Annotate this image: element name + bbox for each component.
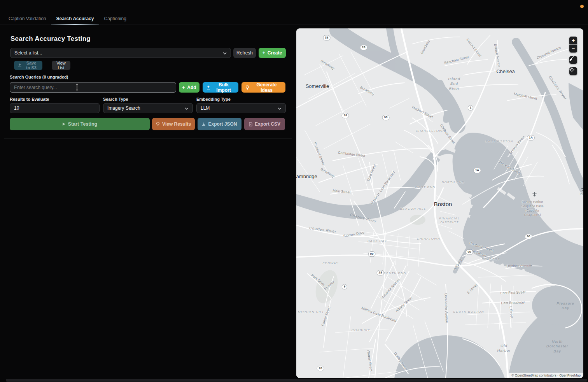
map-label: Storrow Drive	[343, 231, 365, 239]
map-label: Maverick Street	[498, 160, 522, 176]
map-label: Bremen Street	[509, 135, 526, 156]
map-label: BACK BAY	[368, 239, 387, 243]
map-label: Crescent Avenue	[536, 45, 562, 60]
export-csv-button[interactable]: Export CSV	[244, 118, 285, 130]
route-shield: 38	[323, 35, 331, 40]
map-label: Dorchester Avenue	[443, 293, 449, 323]
map-label: Marginal Street	[513, 92, 537, 101]
export-json-button[interactable]: Export JSON	[198, 118, 242, 130]
embedding-type-select[interactable]: LLM	[196, 103, 286, 113]
map-label: Drydock Avenue	[506, 263, 532, 269]
map-label: Cambridge	[296, 173, 317, 180]
map-label: Cambridge Street	[338, 151, 365, 158]
route-shield: 28	[360, 45, 368, 50]
map-label: Broadway	[420, 39, 431, 55]
search-type-label: Search Type	[103, 97, 128, 102]
map-label: SOUTH BOSTON	[453, 310, 484, 314]
tab-captioning[interactable]: Captioning	[103, 14, 127, 25]
map-label: Broadway	[320, 167, 336, 179]
generate-ideas-button[interactable]: Generate Ideas	[242, 82, 285, 93]
map-label: Boston	[434, 200, 452, 208]
route-shield: 90	[525, 234, 532, 239]
map-label: Broadway	[320, 59, 335, 71]
map-label: FINANCIAL DISTRICT	[439, 217, 460, 225]
chevron-down-icon	[223, 50, 227, 56]
locate-button[interactable]	[569, 67, 577, 75]
search-type-select[interactable]: Imagery Search	[103, 103, 193, 113]
map-label: Medford Street	[411, 105, 434, 119]
map-label: East Broadway	[501, 300, 525, 306]
map-label: EAST BOSTON	[485, 140, 513, 144]
map-label: Dudley Street	[393, 351, 409, 371]
tab-search-accuracy[interactable]: Search Accuracy	[56, 14, 95, 25]
bulk-import-button[interactable]: Bulk Import	[203, 82, 238, 93]
start-testing-button[interactable]: Start Testing	[10, 118, 150, 130]
map-attribution[interactable]: © OpenStreetMap contributors · OpenFreeM…	[509, 373, 583, 378]
brush-icon	[569, 56, 574, 61]
search-query-input[interactable]	[14, 85, 172, 90]
map[interactable]: SomervilleChelseaCambridgeBostonCHARLEST…	[296, 28, 583, 378]
route-shield: 1	[468, 105, 473, 110]
lightbulb-icon	[245, 85, 249, 90]
save-to-s3-button[interactable]: Save to S3	[14, 61, 42, 70]
map-label: WEST END	[415, 186, 436, 189]
zoom-in-button[interactable]: +	[569, 37, 577, 44]
map-label: Main Street	[332, 189, 350, 195]
tab-bar: Caption ValidationSearch AccuracyCaption…	[0, 14, 588, 25]
view-results-button[interactable]: View Results	[152, 118, 195, 130]
download-icon	[202, 122, 206, 126]
chevron-down-icon	[278, 105, 282, 111]
embedding-type-label: Embedding Type	[196, 97, 231, 102]
map-label: Somerville	[306, 83, 329, 90]
upload-icon	[206, 86, 210, 89]
add-button[interactable]: + Add	[179, 82, 200, 93]
search-queries-label: Search Queries (0 ungraded)	[10, 75, 68, 79]
map-label: North Dorchester Bay	[546, 339, 568, 354]
tab-caption-validation[interactable]: Caption Validation	[8, 14, 47, 25]
map-style-button[interactable]	[569, 56, 577, 64]
map-label: Chelsea River	[548, 75, 568, 101]
list-select[interactable]: Select a list...	[10, 48, 231, 58]
map-label: Old Harbor	[497, 343, 511, 353]
results-to-evaluate-field[interactable]	[10, 103, 100, 113]
map-label: Island End River	[448, 77, 460, 91]
recording-indicator	[580, 5, 584, 8]
map-label: Parker Street	[320, 306, 332, 327]
map-label: Albany Street	[395, 296, 413, 314]
map-label: CHINATOWN	[417, 237, 440, 241]
create-button[interactable]: + Create	[259, 48, 286, 58]
play-icon	[62, 122, 66, 126]
map-label: Warren Street	[366, 350, 373, 372]
search-query-field[interactable]	[10, 82, 176, 93]
map-labels: SomervilleChelseaCambridgeBostonCHARLEST…	[296, 28, 583, 378]
map-label: Fenway	[323, 280, 335, 291]
map-label: SEAPORT	[481, 258, 500, 261]
file-icon	[249, 122, 252, 126]
refresh-button[interactable]: Refresh	[233, 48, 256, 58]
map-label: NORTH END	[441, 180, 464, 184]
map-label: East First Street	[500, 290, 526, 296]
map-label: L Street	[508, 306, 514, 319]
results-to-evaluate-input[interactable]	[14, 105, 95, 111]
zoom-out-button[interactable]: −	[569, 45, 577, 53]
route-shield: 90	[368, 251, 376, 257]
map-label: A Street	[453, 259, 464, 272]
view-list-button[interactable]: View List	[52, 61, 70, 70]
plus-icon: +	[182, 85, 185, 90]
map-label: E Street	[466, 283, 478, 295]
crosshair-icon	[569, 67, 574, 72]
upload-icon	[18, 63, 22, 67]
page-title: Search Accuracy Testing	[10, 35, 91, 43]
horizontal-scrollbar[interactable]	[6, 379, 587, 382]
map-label: BEACON HILL	[400, 207, 426, 211]
results-to-evaluate-label: Results to Evaluate	[10, 97, 49, 102]
route-shield: 1A	[473, 168, 481, 173]
map-label: Charles River	[349, 212, 377, 224]
panel-divider	[4, 138, 292, 139]
route-shield: 9	[342, 284, 347, 289]
map-label: Park Drive	[310, 273, 326, 287]
map-label: Prospect Street	[312, 142, 326, 166]
map-label: Charles River	[309, 226, 337, 234]
map-label: ROXBURY	[352, 328, 370, 332]
map-label: Third Street	[366, 164, 377, 182]
